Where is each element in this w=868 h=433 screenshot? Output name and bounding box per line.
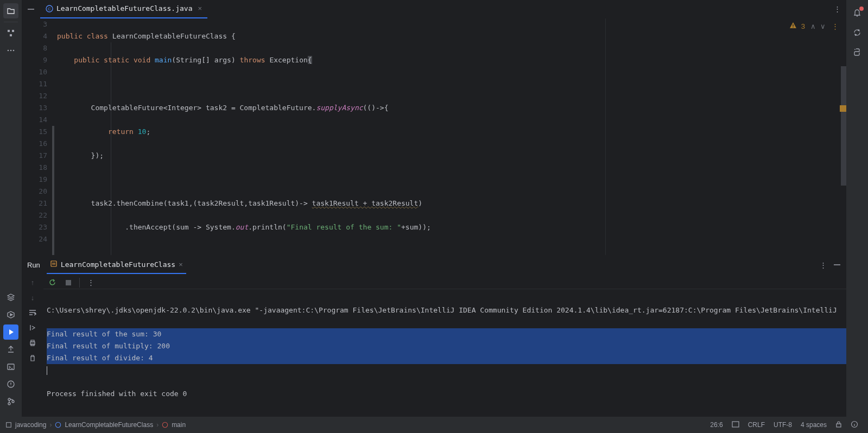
- run-config-name: LearnCompletableFutureClass: [61, 260, 175, 269]
- output-text[interactable]: C:\Users\shrey\.jdks\openjdk-22.0.2\bin\…: [43, 292, 846, 424]
- svg-point-11: [8, 398, 10, 400]
- svg-rect-26: [732, 422, 739, 427]
- close-run-tab-icon[interactable]: ×: [179, 260, 183, 269]
- run-panel: Run LearnCompletableFutureClass × ⋮ ↑ ↓: [22, 255, 846, 417]
- svg-point-3: [8, 50, 9, 52]
- structure-tool-icon[interactable]: [3, 26, 18, 41]
- rerun-icon[interactable]: [47, 277, 58, 288]
- stop-icon[interactable]: [63, 277, 74, 288]
- java-class-icon: C: [46, 5, 53, 12]
- code-editor[interactable]: 3 ∧ ∨ ⋮ 34891011121314151617181920212223…: [22, 18, 846, 255]
- caret-position[interactable]: 26:6: [706, 421, 727, 429]
- up-icon[interactable]: ↑: [28, 277, 37, 287]
- line-sep-icon[interactable]: [727, 421, 744, 429]
- hide-tool-window-icon[interactable]: [26, 4, 36, 14]
- method-crumb-icon: [162, 422, 168, 428]
- right-toolbar: [846, 0, 868, 417]
- svg-rect-20: [31, 340, 34, 342]
- main-area: C LearnCompletableFutureClass.java × ⋮ 3…: [22, 0, 846, 417]
- run-tool-icon[interactable]: [3, 324, 18, 340]
- clear-icon[interactable]: [28, 353, 37, 363]
- file-encoding[interactable]: UTF-8: [769, 421, 796, 429]
- print-icon[interactable]: [28, 338, 37, 348]
- run-options-icon[interactable]: ⋮: [820, 261, 827, 269]
- svg-rect-1: [12, 30, 14, 32]
- breadcrumbs[interactable]: javacoding › LearnCompletableFutureClass…: [5, 421, 186, 429]
- readonly-lock-icon[interactable]: [831, 421, 846, 430]
- svg-rect-2: [10, 34, 12, 36]
- svg-rect-23: [7, 423, 11, 428]
- sync-icon[interactable]: [850, 25, 865, 40]
- status-bar: javacoding › LearnCompletableFutureClass…: [0, 417, 868, 433]
- run-config-icon: [50, 260, 58, 269]
- svg-rect-0: [8, 30, 10, 32]
- terminal-tool-icon[interactable]: [3, 359, 18, 374]
- console-more-icon[interactable]: ⋮: [85, 277, 96, 288]
- svg-rect-22: [66, 280, 71, 285]
- line-separator[interactable]: CRLF: [744, 421, 769, 429]
- more-tool-icon[interactable]: [3, 43, 18, 58]
- tab-active[interactable]: C LearnCompletableFutureClass.java ×: [40, 0, 207, 18]
- soft-wrap-icon[interactable]: [28, 308, 37, 317]
- project-tool-icon[interactable]: [3, 3, 18, 18]
- scroll-to-end-icon[interactable]: [28, 323, 37, 333]
- svg-point-4: [10, 50, 12, 52]
- code-content[interactable]: public class LearnCompletableFutureClass…: [57, 18, 846, 255]
- run-title: Run: [27, 261, 40, 269]
- svg-rect-27: [837, 424, 841, 427]
- svg-marker-8: [9, 329, 14, 335]
- services-tool-icon[interactable]: [3, 307, 18, 322]
- svg-rect-9: [8, 364, 14, 370]
- minimize-run-icon[interactable]: [833, 261, 841, 269]
- run-side-tools: ↑ ↓: [22, 274, 43, 424]
- problems-tool-icon[interactable]: [3, 377, 18, 392]
- tab-filename: LearnCompletableFutureClass.java: [56, 4, 192, 12]
- svg-point-5: [13, 50, 15, 52]
- line-gutter: 3489101112131415161718192021222324: [22, 18, 57, 245]
- svg-point-13: [12, 400, 14, 403]
- close-tab-icon[interactable]: ×: [198, 4, 202, 12]
- console-output[interactable]: ⋮ C:\Users\shrey\.jdks\openjdk-22.0.2\bi…: [43, 274, 846, 424]
- run-config-tab[interactable]: LearnCompletableFutureClass ×: [47, 256, 186, 274]
- python-icon[interactable]: [850, 44, 865, 60]
- notifications-icon[interactable]: [850, 5, 865, 21]
- layers-tool-icon[interactable]: [3, 290, 18, 305]
- down-icon[interactable]: ↓: [28, 292, 37, 302]
- editor-tabs: C LearnCompletableFutureClass.java × ⋮: [22, 0, 846, 18]
- svg-marker-7: [10, 314, 12, 316]
- console-toolbar: ⋮: [43, 276, 846, 289]
- run-header: Run LearnCompletableFutureClass × ⋮: [22, 256, 846, 274]
- tab-options-icon[interactable]: ⋮: [828, 5, 846, 13]
- svg-point-24: [56, 422, 61, 427]
- module-icon: [5, 422, 12, 428]
- build-tool-icon[interactable]: [3, 342, 18, 357]
- left-toolbar: [0, 0, 22, 417]
- vcs-tool-icon[interactable]: [3, 394, 18, 409]
- class-crumb-icon: [55, 422, 61, 428]
- svg-point-12: [8, 403, 10, 405]
- status-info-icon[interactable]: [846, 421, 863, 430]
- indent-setting[interactable]: 4 spaces: [796, 421, 831, 429]
- svg-point-25: [162, 422, 167, 427]
- svg-text:C: C: [48, 7, 51, 11]
